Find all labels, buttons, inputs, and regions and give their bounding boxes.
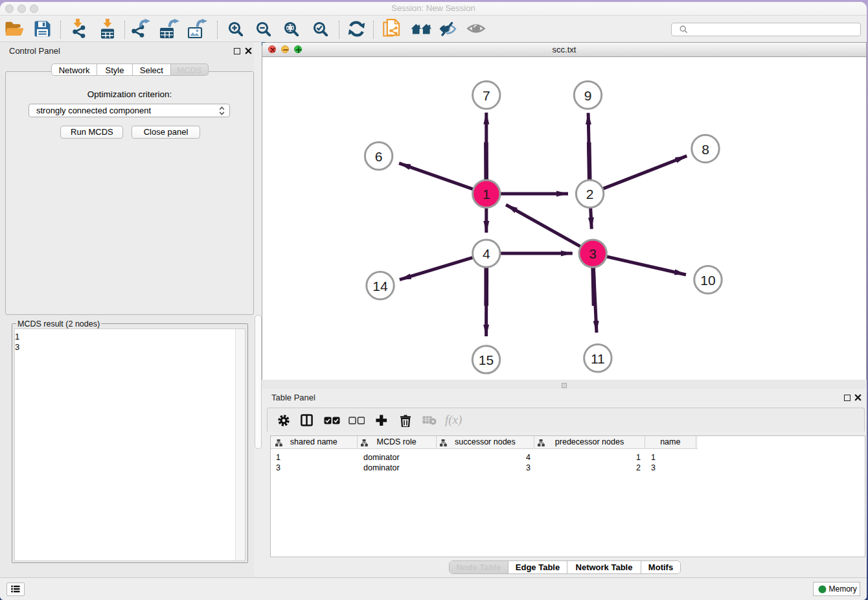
- svg-text:7: 7: [483, 87, 490, 102]
- svg-text:11: 11: [591, 351, 605, 365]
- svg-text:6: 6: [375, 148, 383, 163]
- svg-text:10: 10: [700, 272, 715, 287]
- svg-text:3: 3: [589, 246, 597, 261]
- svg-text:1: 1: [483, 187, 490, 202]
- svg-text:9: 9: [584, 87, 592, 102]
- svg-text:2: 2: [586, 187, 594, 202]
- svg-text:14: 14: [372, 278, 388, 293]
- svg-text:15: 15: [479, 352, 494, 367]
- svg-text:8: 8: [702, 141, 709, 156]
- svg-text:4: 4: [483, 246, 490, 261]
